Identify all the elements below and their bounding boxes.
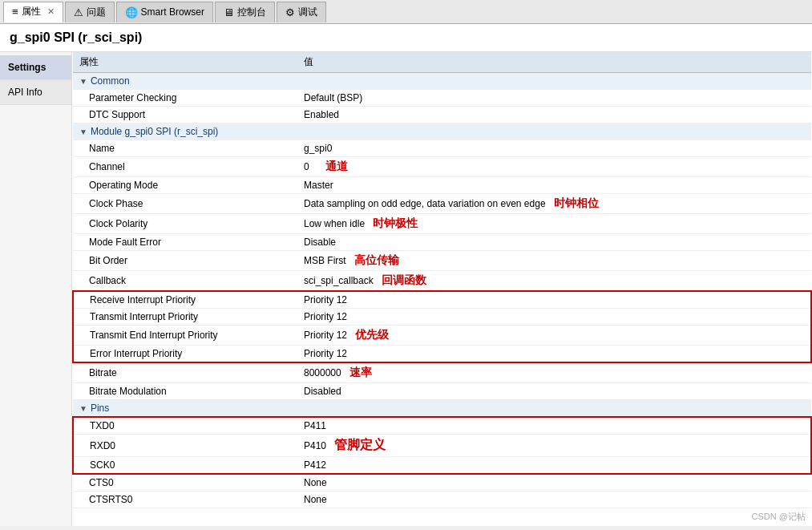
- page-title: g_spi0 SPI (r_sci_spi): [0, 24, 812, 52]
- row-channel[interactable]: Channel 0 通道: [73, 157, 811, 177]
- row-mode-fault[interactable]: Mode Fault Error Disable: [73, 234, 811, 251]
- row-rxd0[interactable]: RXD0 P410 管脚定义: [73, 435, 811, 457]
- watermark: CSDN @记帖: [752, 511, 806, 523]
- tab-debug[interactable]: ⚙ 调试: [277, 2, 326, 22]
- group-row-module: ▼Module g_spi0 SPI (r_sci_spi): [73, 123, 811, 140]
- tab-console-icon: 🖥: [224, 6, 234, 18]
- main-layout: Settings API Info 属性 值 ▼Common Parameter…: [0, 52, 812, 526]
- tab-browser-label: Smart Browser: [141, 6, 204, 18]
- row-callback[interactable]: Callback sci_spi_callback 回调函数: [73, 271, 811, 292]
- row-bitrate-modulation[interactable]: Bitrate Modulation Disabled: [73, 383, 811, 400]
- group-row-common: ▼Common: [73, 73, 811, 90]
- tab-smart-browser[interactable]: 🌐 Smart Browser: [116, 2, 213, 22]
- row-error-interrupt[interactable]: Error Interrupt Priority Priority 12: [73, 346, 811, 363]
- tab-issues[interactable]: ⚠ 问题: [65, 2, 115, 22]
- tab-console[interactable]: 🖥 控制台: [215, 2, 275, 22]
- row-transmit-interrupt[interactable]: Transmit Interrupt Priority Priority 12: [73, 309, 811, 326]
- row-name[interactable]: Name g_spi0: [73, 140, 811, 157]
- group-row-pins: ▼Pins: [73, 400, 811, 418]
- row-bitrate[interactable]: Bitrate 8000000 速率: [73, 362, 811, 383]
- tab-properties-label: 属性: [22, 5, 41, 18]
- row-parameter-checking[interactable]: Parameter Checking Default (BSP): [73, 90, 811, 107]
- row-dtc-support[interactable]: DTC Support Enabled: [73, 107, 811, 123]
- tab-issues-label: 问题: [87, 6, 106, 19]
- tab-close-icon[interactable]: ✕: [47, 6, 55, 17]
- col-header-value: 值: [297, 52, 811, 73]
- tab-browser-icon: 🌐: [125, 6, 138, 18]
- row-clock-polarity[interactable]: Clock Polarity Low when idle 时钟极性: [73, 214, 811, 234]
- row-operating-mode[interactable]: Operating Mode Master: [73, 177, 811, 194]
- tab-properties-icon: ≡: [12, 6, 18, 18]
- row-transmit-end-interrupt[interactable]: Transmit End Interrupt Priority Priority…: [73, 326, 811, 346]
- col-header-property: 属性: [73, 52, 297, 73]
- sidebar-item-settings[interactable]: Settings: [0, 55, 71, 80]
- row-ctsrts0[interactable]: CTSRTS0 None: [73, 492, 811, 508]
- tab-properties[interactable]: ≡ 属性 ✕: [3, 2, 63, 22]
- row-sck0[interactable]: SCK0 P412: [73, 457, 811, 475]
- row-txd0[interactable]: TXD0 P411: [73, 417, 811, 435]
- content-area: 属性 值 ▼Common Parameter Checking Default …: [72, 52, 812, 526]
- tab-bar: ≡ 属性 ✕ ⚠ 问题 🌐 Smart Browser 🖥 控制台 ⚙ 调试: [0, 0, 812, 24]
- sidebar-item-api-info[interactable]: API Info: [0, 80, 71, 105]
- tab-console-label: 控制台: [237, 6, 266, 19]
- tab-debug-label: 调试: [298, 6, 317, 19]
- row-bit-order[interactable]: Bit Order MSB First 高位传输: [73, 251, 811, 271]
- row-clock-phase[interactable]: Clock Phase Data sampling on odd edge, d…: [73, 194, 811, 214]
- properties-table: 属性 值 ▼Common Parameter Checking Default …: [72, 52, 812, 508]
- tab-issues-icon: ⚠: [74, 6, 83, 18]
- tab-debug-icon: ⚙: [285, 6, 295, 18]
- sidebar: Settings API Info: [0, 52, 72, 526]
- row-cts0[interactable]: CTS0 None: [73, 474, 811, 492]
- row-receive-interrupt[interactable]: Receive Interrupt Priority Priority 12: [73, 291, 811, 309]
